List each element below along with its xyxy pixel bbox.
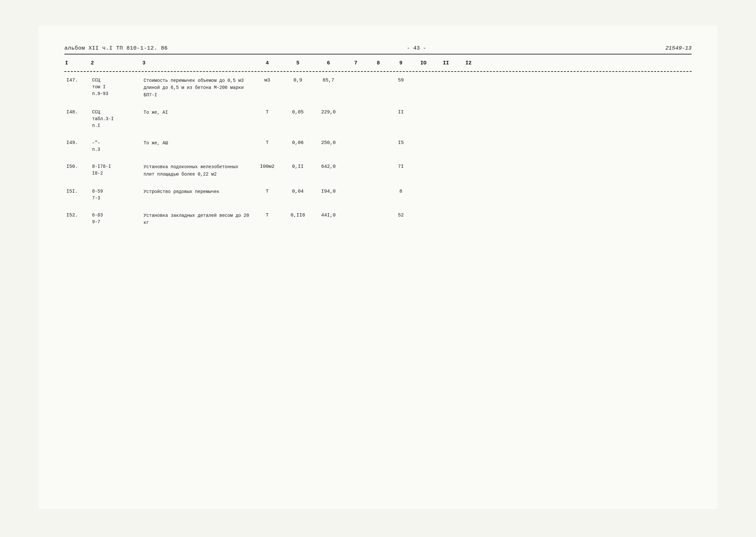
col-header-9: 9 xyxy=(390,59,412,67)
row-151-col5: 0,04 xyxy=(284,187,312,196)
row-149-col12 xyxy=(457,139,480,140)
row-148-col6: 229,0 xyxy=(312,108,345,117)
row-147-col11 xyxy=(435,76,457,78)
row-147-col6: 65,7 xyxy=(312,76,345,85)
row-151-col11 xyxy=(435,187,457,189)
row-150-desc: Установка подоконных железобетонных плит… xyxy=(142,163,251,179)
row-148-col7 xyxy=(345,108,367,109)
row-150-col9: 7I xyxy=(390,163,412,171)
top-divider xyxy=(64,54,692,55)
row-151-col10 xyxy=(412,187,435,189)
col-header-5: 5 xyxy=(284,59,312,67)
col-header-6: 6 xyxy=(312,59,345,67)
table-row: I49. –"–п.3 То же, АШ Т 0,06 250,0 I5 xyxy=(64,138,692,155)
row-147-col9: 59 xyxy=(390,76,412,85)
table-body: I47. ССЦтом Iп.9-93 Стоимость перемычек … xyxy=(64,75,692,228)
row-151-col9: 8 xyxy=(390,187,412,196)
col-header-4: 4 xyxy=(251,59,284,67)
row-149-col11 xyxy=(435,139,457,140)
row-151-num: I5I. xyxy=(64,187,90,196)
row-152-col9: 52 xyxy=(390,211,412,220)
row-151-col7 xyxy=(345,187,367,189)
row-149-col7 xyxy=(345,139,367,140)
row-148-col10 xyxy=(412,108,435,109)
row-152-col5: 0,II8 xyxy=(284,211,312,220)
row-152-col11 xyxy=(435,211,457,213)
row-150-col12 xyxy=(457,163,480,164)
col-header-10: IO xyxy=(412,59,435,67)
row-147-col10 xyxy=(412,76,435,78)
header-line: альбом XII ч.I ТП 810-1-12. 86 - 43 - 21… xyxy=(64,45,692,51)
row-151-unit: Т xyxy=(251,187,284,196)
table-row: I5I. 8-597-3 Устройство рядовых перемыче… xyxy=(64,186,692,204)
col-header-11: II xyxy=(435,59,457,67)
row-151-code: 8-597-3 xyxy=(90,187,142,202)
row-148-col8 xyxy=(367,108,390,109)
row-149-col6: 250,0 xyxy=(312,139,345,147)
row-150-col5: 0,II xyxy=(284,163,312,171)
row-151-col8 xyxy=(367,187,390,189)
header-page: - 43 - xyxy=(407,45,426,51)
row-149-desc: То же, АШ xyxy=(142,139,251,147)
column-headers: I 2 3 4 5 6 7 8 9 IO II I2 xyxy=(64,56,692,70)
table-row: I48. ССЦтабл.3-Iп.I То же, АI Т 0,05 229… xyxy=(64,107,692,131)
row-150-col6: 642,0 xyxy=(312,163,345,171)
row-152-col10 xyxy=(412,211,435,213)
col-header-2: 2 xyxy=(90,59,142,67)
table-row: I52. 6-839-7 Установка закладных деталей… xyxy=(64,210,692,228)
row-149-num: I49. xyxy=(64,139,90,147)
col-header-12: I2 xyxy=(457,59,480,67)
row-149-col5: 0,06 xyxy=(284,139,312,147)
row-150-col8 xyxy=(367,163,390,164)
row-150-unit: I00м2 xyxy=(251,163,284,171)
row-147-col12 xyxy=(457,76,480,78)
page: альбом XII ч.I ТП 810-1-12. 86 - 43 - 21… xyxy=(39,26,717,509)
col-header-7: 7 xyxy=(345,59,367,67)
row-150-col11 xyxy=(435,163,457,164)
row-151-desc: Устройство рядовых перемычек xyxy=(142,187,251,196)
row-147-desc: Стоимость перемычек объемом до 0,5 м3 дл… xyxy=(142,76,251,99)
row-148-col9: II xyxy=(390,108,412,117)
row-148-col5: 0,05 xyxy=(284,108,312,117)
row-151-col12 xyxy=(457,187,480,189)
row-147-col5: 0,9 xyxy=(284,76,312,85)
row-152-unit: Т xyxy=(251,211,284,220)
row-148-col12 xyxy=(457,108,480,109)
row-147-col8 xyxy=(367,76,390,78)
header-title: альбом XII ч.I ТП 810-1-12. 86 xyxy=(64,45,168,51)
row-152-col8 xyxy=(367,211,390,213)
row-148-num: I48. xyxy=(64,108,90,117)
row-150-code: 8-I78-II8-2 xyxy=(90,163,142,178)
row-152-num: I52. xyxy=(64,211,90,220)
row-149-col8 xyxy=(367,139,390,140)
row-148-unit: Т xyxy=(251,108,284,117)
row-151-col6: I94,0 xyxy=(312,187,345,196)
col-header-1: I xyxy=(64,59,90,67)
row-147-col7 xyxy=(345,76,367,78)
col-header-3: 3 xyxy=(142,59,251,67)
row-152-col6: 44I,0 xyxy=(312,211,345,220)
header-doc-number: 21549-13 xyxy=(665,45,692,51)
row-152-desc: Установка закладных деталей весом до 20 … xyxy=(142,211,251,227)
row-152-col7 xyxy=(345,211,367,213)
row-152-col12 xyxy=(457,211,480,213)
row-148-code: ССЦтабл.3-Iп.I xyxy=(90,108,142,130)
row-150-col10 xyxy=(412,163,435,164)
row-152-code: 6-839-7 xyxy=(90,211,142,226)
row-150-col7 xyxy=(345,163,367,164)
row-149-unit: Т xyxy=(251,139,284,147)
row-150-num: I50. xyxy=(64,163,90,171)
row-147-num: I47. xyxy=(64,76,90,85)
row-149-col9: I5 xyxy=(390,139,412,147)
col-header-8: 8 xyxy=(367,59,390,67)
row-148-col11 xyxy=(435,108,457,109)
table-row: I50. 8-I78-II8-2 Установка подоконных же… xyxy=(64,161,692,180)
row-149-code: –"–п.3 xyxy=(90,139,142,154)
row-147-unit: м3 xyxy=(251,76,284,85)
row-148-desc: То же, АI xyxy=(142,108,251,117)
header-divider xyxy=(64,71,692,72)
row-147-code: ССЦтом Iп.9-93 xyxy=(90,76,142,98)
table-row: I47. ССЦтом Iп.9-93 Стоимость перемычек … xyxy=(64,75,692,101)
row-149-col10 xyxy=(412,139,435,140)
